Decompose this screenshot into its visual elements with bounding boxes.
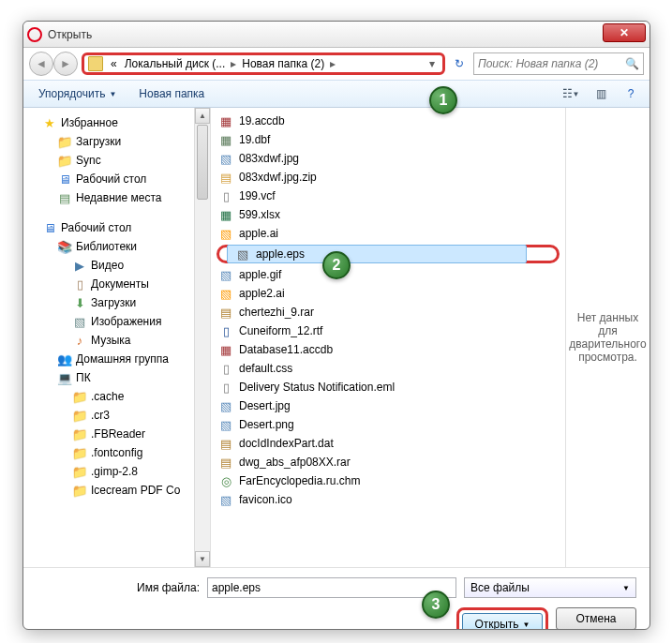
tree-downloads2[interactable]: ⬇Загрузки (23, 293, 210, 312)
tree-sync[interactable]: 📁Sync (23, 151, 210, 170)
file-icon: ▯ (218, 380, 233, 395)
preview-pane: Нет данных для дварительного просмотра. (565, 108, 650, 567)
tree-documents[interactable]: ▯Документы (23, 275, 210, 293)
refresh-button[interactable]: ↻ (449, 53, 470, 74)
file-item[interactable]: ▧Desert.png (211, 415, 565, 434)
file-name: default.css (239, 362, 292, 375)
file-icon: ▧ (218, 226, 233, 241)
file-name: apple.ai (239, 227, 278, 240)
file-name: Delivery Status Notification.eml (239, 381, 395, 394)
breadcrumb-prefix[interactable]: « (107, 57, 121, 70)
file-item[interactable]: ▧083xdwf.jpg (211, 149, 565, 168)
file-item[interactable]: ▧favicon.ico (211, 490, 565, 509)
tree-music[interactable]: ♪Музыка (23, 331, 210, 350)
new-folder-button[interactable]: Новая папка (131, 84, 212, 103)
file-name: 599.xlsx (239, 208, 280, 221)
file-name: docIdIndexPart.dat (239, 437, 334, 450)
file-icon: ▤ (218, 305, 233, 320)
tree-gimp[interactable]: 📁.gimp-2.8 (23, 462, 210, 481)
search-input[interactable] (478, 57, 625, 70)
file-item[interactable]: ▦599.xlsx (211, 205, 565, 224)
tree-favorites[interactable]: ★Избранное (23, 113, 210, 132)
file-icon: ▤ (218, 455, 233, 470)
file-name: 19.accdb (239, 114, 285, 127)
back-button[interactable]: ◄ (29, 52, 53, 76)
tree-fontconfig[interactable]: 📁.fontconfig (23, 443, 210, 462)
breadcrumb-seg-folder[interactable]: Новая папка (2) (238, 57, 328, 70)
tree-images[interactable]: ▧Изображения (23, 312, 210, 331)
file-item[interactable]: ▧Desert.jpg (211, 396, 565, 415)
tree-homegroup[interactable]: 👥Домашняя группа (23, 350, 210, 368)
file-item[interactable]: ▦19.dbf (211, 130, 565, 149)
download-icon: ⬇ (72, 295, 87, 310)
breadcrumb[interactable]: « Локальный диск (... ▸ Новая папка (2) … (82, 52, 445, 75)
file-icon: ▧ (218, 398, 233, 413)
breadcrumb-dropdown[interactable]: ▾ (426, 57, 439, 70)
tree-pane[interactable]: ★Избранное 📁Загрузки 📁Sync 🖥Рабочий стол… (23, 108, 211, 567)
help-button[interactable]: ? (620, 84, 642, 103)
pc-icon: 💻 (57, 370, 72, 385)
tree-icecream[interactable]: 📁Icecream PDF Co (23, 481, 210, 500)
file-item[interactable]: ▤chertezhi_9.rar (211, 303, 565, 322)
tree-cr3[interactable]: 📁.cr3 (23, 406, 210, 425)
video-icon: ▶ (72, 258, 87, 273)
tree-scrollbar[interactable]: ▲ ▼ (194, 108, 210, 567)
filename-input[interactable] (207, 577, 456, 598)
file-item[interactable]: ▯default.css (211, 359, 565, 378)
file-list[interactable]: ▦19.accdb▦19.dbf▧083xdwf.jpg▤083xdwf.jpg… (211, 108, 565, 567)
breadcrumb-seg-disk[interactable]: Локальный диск (... (121, 57, 230, 70)
file-item[interactable]: ▦Database11.accdb (211, 340, 565, 359)
open-button[interactable]: Открыть ▼ (462, 613, 543, 630)
folder-icon: 📁 (72, 426, 87, 441)
file-item[interactable]: ▤docIdIndexPart.dat (211, 434, 565, 453)
file-item[interactable]: ▯Cuneiform_12.rtf (211, 322, 565, 340)
file-item[interactable]: ▤dwg_abs_afp08XX.rar (211, 453, 565, 471)
open-file-dialog: Открыть ✕ ◄ ► « Локальный диск (... ▸ Но… (22, 21, 650, 630)
file-name: 199.vcf (239, 189, 276, 202)
file-item[interactable]: ◎FarEncyclopedia.ru.chm (211, 471, 565, 490)
tree-libraries[interactable]: 📚Библиотеки (23, 237, 210, 256)
tree-cache[interactable]: 📁.cache (23, 387, 210, 406)
folder-icon: 📁 (72, 464, 87, 479)
folder-icon: 📁 (72, 408, 87, 423)
close-button[interactable]: ✕ (603, 23, 646, 42)
tree-downloads[interactable]: 📁Загрузки (23, 132, 210, 151)
file-icon: ▤ (218, 170, 233, 185)
recent-icon: ▤ (57, 190, 72, 205)
file-name: Database11.accdb (239, 343, 333, 356)
folder-icon: 📁 (72, 483, 87, 498)
tree-desktop2[interactable]: 🖥Рабочий стол (23, 218, 210, 237)
file-item[interactable]: ▯Delivery Status Notification.eml (211, 378, 565, 396)
scroll-down-button[interactable]: ▼ (195, 551, 210, 567)
file-item[interactable]: ▦19.accdb (211, 112, 565, 130)
tree-fbreader[interactable]: 📁.FBReader (23, 425, 210, 443)
tree-recent[interactable]: ▤Недавние места (23, 188, 210, 207)
tree-pc[interactable]: 💻ПК (23, 368, 210, 387)
titlebar[interactable]: Открыть ✕ (23, 22, 650, 48)
tree-video[interactable]: ▶Видео (23, 256, 210, 275)
file-icon: ▯ (218, 188, 233, 203)
file-item[interactable]: ▧apple2.ai (211, 284, 565, 303)
preview-toggle-button[interactable]: ▥ (590, 84, 612, 103)
document-icon: ▯ (72, 277, 87, 292)
file-item[interactable]: ▧apple.gif (211, 265, 565, 284)
forward-button[interactable]: ► (53, 52, 78, 76)
file-name: Desert.png (239, 418, 294, 431)
file-item[interactable]: ▤083xdwf.jpg.zip (211, 168, 565, 187)
organize-button[interactable]: Упорядочить▼ (31, 84, 124, 103)
file-item[interactable]: ▯199.vcf (211, 187, 565, 205)
file-name: apple.eps (256, 247, 305, 261)
file-name: Cuneiform_12.rtf (239, 324, 322, 337)
view-button[interactable]: ☷ ▼ (560, 84, 582, 103)
scroll-thumb[interactable] (197, 125, 208, 200)
search-box[interactable]: 🔍 (473, 52, 644, 75)
filetype-filter[interactable]: Все файлы▼ (464, 577, 636, 598)
body: ★Избранное 📁Загрузки 📁Sync 🖥Рабочий стол… (23, 108, 650, 567)
scroll-up-button[interactable]: ▲ (195, 108, 210, 124)
file-item[interactable]: ▧apple.ai (211, 224, 565, 243)
file-icon: ▦ (218, 132, 233, 147)
file-item[interactable]: ▧apple.eps (227, 245, 527, 263)
cancel-button[interactable]: Отмена (556, 607, 636, 630)
file-name: apple2.ai (239, 287, 285, 300)
tree-desktop[interactable]: 🖥Рабочий стол (23, 170, 210, 188)
